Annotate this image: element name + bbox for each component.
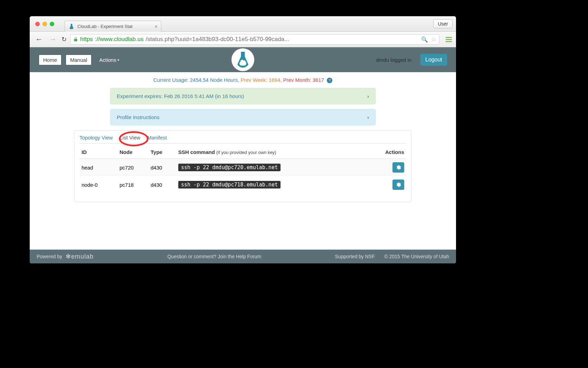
reload-button[interactable]: ↻ [61,36,67,43]
usage-current-label: Current Usage: [153,77,189,83]
gear-icon [396,165,401,170]
user-button[interactable]: User [433,19,453,28]
chevron-right-icon: › [367,114,369,120]
tab-title: CloudLab - Experiment Stat [77,24,133,29]
col-node: Node [117,146,149,159]
app-navbar: Home Manual Actions ▾ dmdu logged in Log… [30,47,456,72]
forward-button: → [48,35,58,44]
supported-by-label: Supported by NSF [335,254,375,259]
manual-button[interactable]: Manual [66,55,92,65]
maximize-icon[interactable] [50,22,54,26]
back-button[interactable]: ← [34,35,44,44]
instructions-text: Profile Instructions [117,114,159,120]
col-id: ID [79,146,117,159]
cell-node: pc720 [117,159,149,176]
expiry-panel[interactable]: Experiment expires: Feb 26 2016 5:41 AM … [110,88,376,104]
col-ssh: SSH command (if you provided your own ke… [176,146,379,159]
url-path: /status.php?uuid=1a483b93-dc00-11e5-b570… [146,36,289,43]
usage-summary: Current Usage: 2454.54 Node Hours, Prev … [30,77,456,83]
instructions-panel[interactable]: Profile Instructions › [110,109,376,125]
view-tabs: Topology View List View Manifest [79,135,406,144]
window-controls [35,22,54,26]
expiry-text: Experiment expires: Feb 26 2016 5:41 AM … [117,93,244,99]
minimize-icon[interactable] [42,22,47,26]
actions-label: Actions [99,57,116,63]
col-actions: Actions [379,146,406,159]
url-protocol: https [80,36,93,43]
emulab-logo[interactable]: ✻emulab [66,253,94,260]
home-button[interactable]: Home [39,55,61,65]
chevron-right-icon: › [367,93,369,99]
titlebar: CloudLab - Experiment Stat × User [30,16,456,32]
tab-manifest[interactable]: Manifest [147,135,167,141]
row-actions-button[interactable] [392,180,404,190]
favicon-icon [68,23,75,30]
usage-current-value: 2454.54 Node Hours, [190,77,239,83]
col-ssh-label: SSH command [178,149,215,155]
tab-topology-view[interactable]: Topology View [79,135,113,141]
close-icon[interactable] [35,22,40,26]
nodes-table: ID Node Type SSH command (if you provide… [79,146,406,193]
table-row: node-0 pc718 d430 ssh -p 22 dmdu@pc718.e… [79,176,406,193]
star-icon[interactable]: ☆ [431,36,436,43]
menu-icon[interactable] [446,37,452,42]
logged-in-label: dmdu logged in [376,57,411,63]
search-icon[interactable]: 🔍 [421,36,428,43]
help-icon[interactable]: ? [327,78,332,83]
url-host: ://www.cloudlab.us [95,36,144,43]
tab-close-icon[interactable]: × [155,24,158,29]
lock-icon [73,37,78,42]
logout-button[interactable]: Logout [420,54,447,66]
browser-window: CloudLab - Experiment Stat × User ← → ↻ … [30,16,456,263]
list-container: Topology View List View Manifest ID Node… [74,130,411,202]
address-bar[interactable]: https://www.cloudlab.us/status.php?uuid=… [70,34,439,45]
col-ssh-note: (if you provided your own key) [216,150,276,155]
browser-tab[interactable]: CloudLab - Experiment Stat × [65,21,161,32]
ssh-command[interactable]: ssh -p 22 dmdu@pc718.emulab.net [178,181,281,188]
chevron-down-icon: ▾ [117,58,119,62]
browser-toolbar: ← → ↻ https://www.cloudlab.us/status.php… [30,32,456,47]
powered-by-label: Powered by [37,254,62,259]
cell-id: head [79,159,117,176]
cell-node: pc718 [117,176,149,193]
help-forum-link[interactable]: Question or comment? Join the Help Forum [167,254,261,259]
app-footer: Powered by ✻emulab Question or comment? … [30,250,456,263]
tab-list-view[interactable]: List View [120,135,140,141]
col-type: Type [149,146,176,159]
actions-dropdown[interactable]: Actions ▾ [96,55,123,65]
copyright-label: © 2015 The University of Utah [385,254,449,259]
cell-type: d430 [149,176,176,193]
cell-type: d430 [149,159,176,176]
row-actions-button[interactable] [392,162,404,173]
usage-prev-month: Prev Month: 3617 [283,77,324,83]
ssh-command[interactable]: ssh -p 22 dmdu@pc720.emulab.net [178,164,281,171]
table-row: head pc720 d430 ssh -p 22 dmdu@pc720.emu… [79,159,406,176]
gear-icon [396,182,401,187]
cloudlab-logo[interactable] [231,48,254,71]
main-content: Current Usage: 2454.54 Node Hours, Prev … [30,72,456,250]
cell-id: node-0 [79,176,117,193]
usage-prev-week: Prev Week: 1694, [240,77,282,83]
